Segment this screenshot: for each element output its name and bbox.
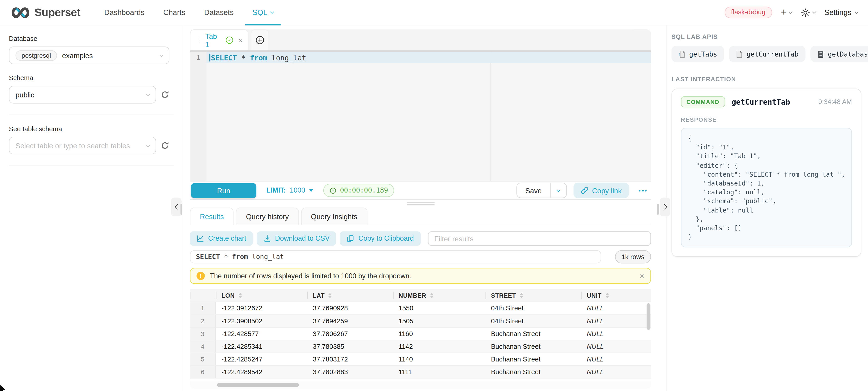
more-actions-button[interactable] bbox=[636, 187, 650, 193]
tab-results[interactable]: Results bbox=[190, 207, 234, 225]
copy-link-button[interactable]: Copy link bbox=[573, 183, 629, 198]
divider bbox=[9, 115, 174, 115]
table-row-partial bbox=[190, 379, 651, 381]
results-table: LON LAT NUMBER STREET UNIT 1 -122.391267… bbox=[190, 289, 651, 389]
horizontal-scrollbar[interactable] bbox=[190, 381, 651, 389]
column-header-unit[interactable]: UNIT bbox=[581, 289, 651, 301]
page-body: Database postgresql examples Schema publ… bbox=[0, 26, 868, 391]
table-row[interactable]: 4 -122.4285341 37.780385 1142 Buchanan S… bbox=[190, 340, 651, 353]
copy-to-clipboard-button[interactable]: Copy to Clipboard bbox=[340, 231, 421, 246]
apis-header: SQL LAB APIS bbox=[672, 33, 861, 40]
sort-icon[interactable] bbox=[239, 292, 242, 298]
api-buttons: getTabs getCurrentTab bbox=[672, 46, 861, 62]
response-label: RESPONSE bbox=[681, 116, 852, 123]
last-interaction-header: LAST INTERACTION bbox=[672, 76, 861, 83]
refresh-tables-icon[interactable] bbox=[161, 141, 169, 150]
row-limit-alert: ! The number of rows displayed is limite… bbox=[190, 268, 651, 284]
collapse-right-panel-button[interactable] bbox=[660, 198, 671, 217]
response-json: { "id": "1", "title": "Tab 1", "editor":… bbox=[688, 134, 845, 241]
sort-icon[interactable] bbox=[520, 292, 523, 298]
column-header-number[interactable]: NUMBER bbox=[393, 289, 486, 301]
run-query-button[interactable]: Run bbox=[191, 183, 256, 198]
sort-icon[interactable] bbox=[606, 292, 609, 298]
filter-results-input[interactable] bbox=[428, 231, 651, 246]
download-csv-button[interactable]: Download to CSV bbox=[257, 231, 336, 246]
editor-tab-label: Tab 1 bbox=[205, 32, 222, 48]
link-icon bbox=[581, 187, 588, 194]
nav-item-charts[interactable]: Charts bbox=[154, 0, 195, 25]
response-json-box: { "id": "1", "title": "Tab 1", "editor":… bbox=[681, 128, 852, 248]
brand-name: Superset bbox=[34, 6, 81, 19]
nav-item-sql[interactable]: SQL bbox=[243, 0, 283, 25]
executed-query-preview: SELECT * from long_lat bbox=[190, 250, 601, 264]
chevron-down-icon bbox=[812, 10, 816, 14]
editor-code-area[interactable]: SELECT * from long_lat bbox=[207, 52, 651, 181]
document-icon bbox=[735, 50, 743, 58]
table-row[interactable]: 2 -122.3908502 37.7694259 1505 04th Stre… bbox=[190, 315, 651, 328]
drag-handle-icon[interactable]: ⋮ bbox=[196, 37, 202, 44]
settings-menu[interactable]: Settings bbox=[825, 8, 858, 17]
last-interaction-card: COMMAND getCurrentTab 9:34:48 AM RESPONS… bbox=[672, 89, 861, 257]
tab-query-insights[interactable]: Query Insights bbox=[301, 207, 367, 225]
column-header-street[interactable]: STREET bbox=[486, 289, 581, 301]
table-select[interactable]: Select table or type to search tables bbox=[9, 137, 156, 154]
close-tab-icon[interactable]: × bbox=[238, 36, 243, 44]
text-cursor bbox=[209, 54, 210, 61]
sql-code-editor[interactable]: 1 SELECT * from long_lat bbox=[190, 52, 651, 181]
scrollbar-thumb[interactable] bbox=[180, 204, 182, 215]
tab-query-history[interactable]: Query history bbox=[236, 207, 299, 225]
add-tab-button[interactable] bbox=[251, 29, 269, 51]
save-options-button[interactable] bbox=[550, 183, 566, 198]
table-row[interactable]: 5 -122.4285247 37.7803172 1140 Buchanan … bbox=[190, 353, 651, 366]
warning-icon: ! bbox=[196, 272, 205, 280]
get-databases-button[interactable]: getDatabases bbox=[810, 46, 868, 62]
theme-menu[interactable] bbox=[801, 8, 815, 17]
limit-dropdown[interactable]: LIMIT: 1000 bbox=[266, 187, 313, 194]
plus-circle-icon bbox=[255, 35, 265, 45]
database-label: Database bbox=[9, 35, 169, 43]
save-button[interactable]: Save bbox=[517, 183, 550, 198]
clock-icon bbox=[330, 187, 337, 194]
table-row[interactable]: 3 -122.428577 37.7806267 1160 Buchanan S… bbox=[190, 328, 651, 340]
sort-icon[interactable] bbox=[329, 292, 332, 298]
table-row[interactable]: 1 -122.3912672 37.7690928 1550 04th Stre… bbox=[190, 302, 651, 315]
nav-item-dashboards[interactable]: Dashboards bbox=[95, 0, 154, 25]
chevron-down-icon bbox=[146, 92, 150, 96]
table-row[interactable]: 6 -122.4289542 37.7802883 1111 Buchanan … bbox=[190, 366, 651, 379]
nav-item-datasets[interactable]: Datasets bbox=[195, 0, 243, 25]
database-select[interactable]: postgresql examples bbox=[9, 46, 169, 64]
get-tabs-button[interactable]: getTabs bbox=[672, 46, 724, 62]
chevron-down-icon bbox=[146, 143, 150, 147]
pane-splitter[interactable] bbox=[190, 200, 651, 207]
new-item-menu[interactable]: + bbox=[781, 8, 793, 17]
collapse-sidebar-button[interactable] bbox=[171, 198, 182, 217]
superset-logo[interactable]: Superset bbox=[11, 6, 81, 19]
schema-select[interactable]: public bbox=[9, 86, 156, 103]
chevron-down-icon bbox=[789, 10, 793, 14]
query-preview-row: SELECT * from long_lat 1k rows bbox=[190, 250, 651, 264]
get-current-tab-button[interactable]: getCurrentTab bbox=[729, 46, 805, 62]
superset-infinity-icon bbox=[11, 6, 30, 19]
tab-saved-check-icon: ✓ bbox=[226, 37, 233, 44]
sql-lab-sidebar: Database postgresql examples Schema publ… bbox=[0, 26, 183, 391]
command-timestamp: 9:34:48 AM bbox=[818, 98, 852, 106]
editor-toolbar: Run LIMIT: 1000 00:00:00.189 Save bbox=[190, 181, 651, 200]
editor-tab-1[interactable]: ⋮ Tab 1 ✓ × bbox=[190, 29, 248, 51]
chevron-left-icon bbox=[175, 204, 180, 209]
timer-value: 00:00:00.189 bbox=[340, 187, 388, 194]
vertical-scrollbar-thumb[interactable] bbox=[647, 303, 650, 330]
create-chart-button[interactable]: Create chart bbox=[190, 231, 253, 246]
save-split-button: Save bbox=[517, 183, 567, 198]
column-header-lon[interactable]: LON bbox=[216, 289, 307, 301]
scrollbar-thumb[interactable] bbox=[217, 383, 299, 387]
refresh-schemas-icon[interactable] bbox=[161, 90, 169, 99]
column-header-lat[interactable]: LAT bbox=[307, 289, 393, 301]
mouse-cursor bbox=[0, 384, 7, 391]
table-schema-label: See table schema bbox=[9, 125, 169, 133]
sort-icon[interactable] bbox=[430, 292, 434, 298]
scrollbar-thumb[interactable] bbox=[657, 204, 659, 215]
alert-text: The number of rows displayed is limited … bbox=[210, 272, 411, 280]
close-alert-icon[interactable]: × bbox=[640, 271, 644, 281]
schema-value: public bbox=[16, 91, 34, 99]
database-engine-tag: postgresql bbox=[16, 50, 57, 61]
